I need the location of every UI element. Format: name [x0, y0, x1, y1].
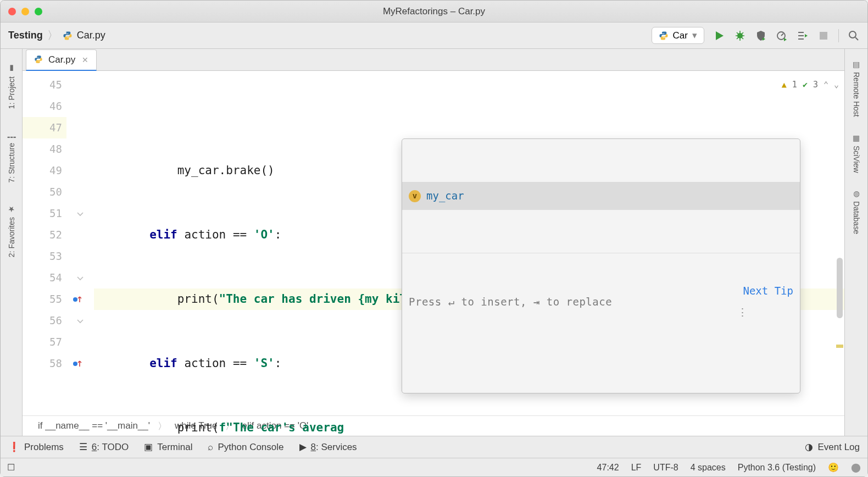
completion-item[interactable]: v my_car: [402, 182, 800, 210]
variable-badge-icon: v: [409, 190, 421, 202]
override-up-icon[interactable]: [68, 289, 86, 310]
quick-list-button[interactable]: ☐: [7, 462, 15, 473]
chevron-down-icon: ▾: [692, 30, 697, 41]
navbar: Testing 〉 Car.py Car ▾: [1, 23, 867, 49]
svg-point-7: [73, 362, 77, 366]
close-tab-button[interactable]: ✕: [82, 56, 88, 64]
run-anything-button[interactable]: [797, 30, 809, 42]
database-icon: ◍: [852, 189, 861, 198]
next-highlight-button[interactable]: ⌄: [834, 74, 839, 96]
line-number-gutter: 45 46 47 48 49 50 51 52 53 54 55 56 57 5…: [23, 71, 66, 415]
breadcrumb: Testing 〉 Car.py: [8, 28, 105, 43]
gutter-marks: [66, 71, 94, 415]
traffic-lights: [8, 8, 42, 15]
left-tool-rail: 1: Project ▮ 7: Structure ┇ 2: Favorites…: [1, 49, 23, 436]
structure-tool-button[interactable]: 7: Structure ┇: [7, 131, 16, 182]
check-icon: ✔: [803, 74, 808, 96]
chevron-right-icon: 〉: [47, 28, 58, 43]
run-config-label: Car: [673, 30, 688, 41]
minimize-window-button[interactable]: [21, 8, 29, 15]
zoom-window-button[interactable]: [35, 8, 42, 15]
structure-icon: ┇: [7, 131, 16, 140]
inspection-widget[interactable]: ▲1 ✔3 ⌃ ⌄: [782, 74, 839, 96]
fold-icon[interactable]: [71, 267, 90, 289]
right-tool-rail: ▤ Remote Host ▦ SciView ◍ Database: [844, 49, 867, 436]
svg-point-6: [73, 297, 77, 302]
database-tool-button[interactable]: ◍ Database: [852, 189, 861, 234]
grid-icon: ▦: [852, 134, 861, 142]
override-up-icon[interactable]: [68, 353, 86, 374]
favorites-tool-button[interactable]: 2: Favorites ★: [7, 205, 16, 257]
ide-errors-icon[interactable]: ⬤: [851, 462, 861, 473]
server-icon: ▤: [852, 60, 861, 69]
svg-rect-4: [820, 32, 827, 40]
folder-icon: ▮: [7, 64, 16, 73]
svg-point-1: [69, 38, 69, 38]
breadcrumb-file[interactable]: Car.py: [77, 30, 105, 41]
scrollbar-mark[interactable]: [836, 345, 843, 348]
editor[interactable]: 45 46 47 48 49 50 51 52 53 54 55 56 57 5…: [23, 71, 844, 415]
breadcrumb-project[interactable]: Testing: [8, 30, 43, 41]
stop-button[interactable]: [817, 30, 830, 42]
fold-icon[interactable]: [71, 203, 90, 224]
project-tool-button[interactable]: 1: Project ▮: [7, 64, 16, 109]
run-config-select[interactable]: Car ▾: [652, 27, 704, 44]
sciview-tool-button[interactable]: ▦ SciView: [852, 134, 861, 173]
editor-tab-car[interactable]: Car.py ✕: [26, 49, 97, 71]
warning-icon: ▲: [782, 74, 787, 96]
fold-icon[interactable]: [71, 310, 90, 331]
remote-host-tool-button[interactable]: ▤ Remote Host: [852, 60, 861, 117]
python-icon: [659, 31, 669, 41]
completion-item-label: my_car: [426, 185, 464, 207]
next-tip-link[interactable]: Next Tip: [743, 285, 793, 297]
titlebar: MyRefactorings – Car.py: [1, 1, 867, 23]
run-button[interactable]: [713, 30, 725, 42]
list-icon: ☰: [79, 441, 87, 453]
python-file-icon: [63, 31, 73, 41]
search-everywhere-button[interactable]: [848, 30, 860, 42]
tab-label: Car.py: [48, 54, 75, 65]
close-window-button[interactable]: [8, 8, 16, 15]
profile-button[interactable]: [776, 30, 788, 42]
svg-point-0: [65, 32, 66, 32]
scrollbar-thumb[interactable]: [837, 258, 843, 318]
completion-hint: Press ↵ to insert, ⇥ to replace: [409, 291, 612, 313]
python-file-icon: [34, 55, 44, 65]
svg-point-5: [849, 31, 856, 38]
editor-tabs: Car.py ✕: [23, 49, 844, 71]
debug-button[interactable]: [734, 30, 746, 42]
run-coverage-button[interactable]: [755, 30, 767, 42]
prev-highlight-button[interactable]: ⌃: [824, 74, 828, 96]
window-title: MyRefactorings – Car.py: [1, 6, 867, 17]
completion-popup: v my_car Press ↵ to insert, ⇥ to replace…: [402, 138, 800, 393]
problems-tool-button[interactable]: ❗Problems: [8, 441, 64, 453]
more-icon[interactable]: ⋮: [734, 306, 751, 318]
problems-icon: ❗: [8, 441, 20, 453]
star-icon: ★: [7, 205, 16, 214]
